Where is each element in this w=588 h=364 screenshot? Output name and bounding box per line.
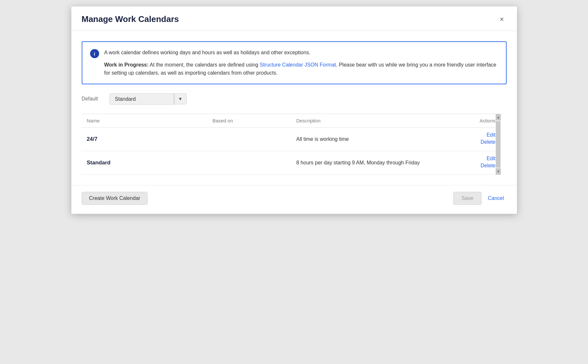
calendar-desc-247: All time is working time: [291, 127, 438, 151]
chevron-down-icon: ▼: [174, 93, 187, 104]
info-line2-middle: At the moment, the calendars are defined…: [149, 62, 260, 68]
default-select-wrapper: Standard 24/7 ▼: [109, 93, 187, 105]
default-row: Default Standard 24/7 ▼: [82, 93, 507, 105]
delete-247-button[interactable]: Delete: [480, 139, 495, 145]
table-row: Standard 8 hours per day starting 9 AM, …: [82, 151, 501, 174]
info-line1: A work calendar defines working days and…: [104, 48, 498, 57]
info-line2: Work in Progress: At the moment, the cal…: [104, 61, 498, 77]
col-header-name: Name: [82, 114, 207, 128]
json-format-link[interactable]: Structure Calendar JSON Format: [260, 62, 336, 68]
table-row: 24/7 All time is working time Edit Delet…: [82, 127, 501, 151]
edit-247-button[interactable]: Edit: [487, 132, 496, 138]
scroll-down-button[interactable]: ▼: [496, 168, 501, 175]
calendars-table: Name Based on Description Actions 24/7: [82, 114, 501, 175]
dialog-title: Manage Work Calendars: [82, 14, 179, 24]
action-links-standard: Edit Delete: [443, 156, 496, 169]
dialog-body: i A work calendar defines working days a…: [71, 31, 517, 185]
col-header-actions: Actions: [438, 114, 501, 128]
default-select[interactable]: Standard 24/7: [109, 93, 174, 105]
calendar-desc-standard: 8 hours per day starting 9 AM, Monday th…: [291, 151, 438, 174]
info-icon: i: [90, 49, 99, 58]
calendar-actions-standard: Edit Delete: [438, 151, 501, 174]
calendar-based-standard: [207, 151, 291, 174]
delete-standard-button[interactable]: Delete: [480, 163, 495, 169]
scroll-thumb[interactable]: [496, 121, 500, 168]
scroll-up-button[interactable]: ▲: [496, 114, 501, 120]
dialog-footer: Create Work Calendar Save Cancel: [71, 185, 517, 214]
calendars-table-wrapper: Name Based on Description Actions 24/7: [82, 114, 507, 175]
save-button: Save: [453, 192, 481, 205]
dialog-header: Manage Work Calendars ×: [71, 6, 517, 31]
work-in-progress-label: Work in Progress:: [104, 62, 149, 68]
cancel-button[interactable]: Cancel: [485, 192, 507, 204]
calendar-actions-247: Edit Delete: [438, 127, 501, 151]
table-header: Name Based on Description Actions: [82, 114, 501, 128]
calendar-based-247: [207, 127, 291, 151]
table-body: 24/7 All time is working time Edit Delet…: [82, 127, 501, 174]
default-label: Default: [82, 96, 104, 102]
calendar-name-standard: Standard: [82, 151, 207, 174]
table-scroll-area: Name Based on Description Actions 24/7: [82, 114, 501, 175]
create-work-calendar-button[interactable]: Create Work Calendar: [82, 192, 148, 205]
info-box: i A work calendar defines working days a…: [82, 41, 507, 84]
col-header-description: Description: [291, 114, 438, 128]
info-text: A work calendar defines working days and…: [104, 48, 498, 77]
edit-standard-button[interactable]: Edit: [487, 156, 496, 161]
action-links-247: Edit Delete: [443, 132, 496, 145]
scrollbar[interactable]: ▲ ▼: [496, 114, 501, 175]
footer-right: Save Cancel: [453, 192, 506, 205]
col-header-based-on: Based on: [207, 114, 291, 128]
close-button[interactable]: ×: [497, 15, 507, 24]
calendar-name-247: 24/7: [82, 127, 207, 151]
dialog: Manage Work Calendars × i A work calenda…: [71, 6, 517, 214]
